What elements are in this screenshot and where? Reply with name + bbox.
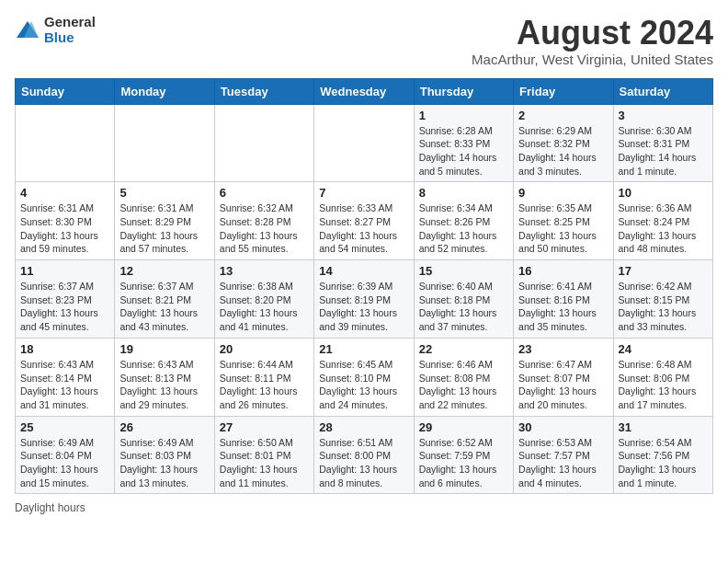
day-number: 9 xyxy=(518,186,608,200)
day-number: 19 xyxy=(119,342,209,356)
day-number: 17 xyxy=(619,264,708,278)
calendar-cell: 23Sunrise: 6:47 AM Sunset: 8:07 PM Dayli… xyxy=(514,338,613,416)
day-info: Sunrise: 6:46 AM Sunset: 8:08 PM Dayligh… xyxy=(419,358,508,412)
day-number: 25 xyxy=(20,420,109,434)
day-number: 20 xyxy=(220,342,309,356)
calendar-cell: 10Sunrise: 6:36 AM Sunset: 8:24 PM Dayli… xyxy=(613,182,712,260)
calendar-cell: 9Sunrise: 6:35 AM Sunset: 8:25 PM Daylig… xyxy=(514,182,613,260)
day-info: Sunrise: 6:53 AM Sunset: 7:57 PM Dayligh… xyxy=(518,436,608,490)
calendar-cell: 13Sunrise: 6:38 AM Sunset: 8:20 PM Dayli… xyxy=(214,260,313,339)
calendar-cell: 12Sunrise: 6:37 AM Sunset: 8:21 PM Dayli… xyxy=(115,260,214,339)
calendar-cell: 25Sunrise: 6:49 AM Sunset: 8:04 PM Dayli… xyxy=(16,416,115,494)
calendar-cell: 8Sunrise: 6:34 AM Sunset: 8:26 PM Daylig… xyxy=(414,182,513,260)
calendar-cell xyxy=(115,104,214,182)
day-info: Sunrise: 6:35 AM Sunset: 8:25 PM Dayligh… xyxy=(518,201,608,256)
calendar-cell: 22Sunrise: 6:46 AM Sunset: 8:08 PM Dayli… xyxy=(414,338,513,416)
calendar-cell: 31Sunrise: 6:54 AM Sunset: 7:56 PM Dayli… xyxy=(613,416,712,494)
calendar-cell: 24Sunrise: 6:48 AM Sunset: 8:06 PM Dayli… xyxy=(613,338,712,416)
calendar-cell: 4Sunrise: 6:31 AM Sunset: 8:30 PM Daylig… xyxy=(16,182,115,260)
day-info: Sunrise: 6:31 AM Sunset: 8:29 PM Dayligh… xyxy=(119,201,209,256)
calendar-cell: 16Sunrise: 6:41 AM Sunset: 8:16 PM Dayli… xyxy=(514,260,613,339)
day-info: Sunrise: 6:44 AM Sunset: 8:11 PM Dayligh… xyxy=(220,358,309,412)
day-number: 26 xyxy=(119,420,209,434)
calendar-table: SundayMondayTuesdayWednesdayThursdayFrid… xyxy=(15,78,713,495)
calendar-cell xyxy=(16,104,115,182)
month-year-title: August 2024 xyxy=(472,15,713,52)
day-number: 11 xyxy=(20,264,109,278)
day-number: 21 xyxy=(319,342,408,356)
calendar-cell: 14Sunrise: 6:39 AM Sunset: 8:19 PM Dayli… xyxy=(314,260,414,339)
calendar-week-row: 18Sunrise: 6:43 AM Sunset: 8:14 PM Dayli… xyxy=(16,338,713,416)
weekday-header: Monday xyxy=(115,78,214,104)
calendar-cell: 17Sunrise: 6:42 AM Sunset: 8:15 PM Dayli… xyxy=(613,260,712,339)
page-header: General Blue August 2024 MacArthur, West… xyxy=(15,15,713,67)
calendar-cell: 1Sunrise: 6:28 AM Sunset: 8:33 PM Daylig… xyxy=(414,104,513,182)
day-info: Sunrise: 6:43 AM Sunset: 8:13 PM Dayligh… xyxy=(119,358,209,412)
day-info: Sunrise: 6:49 AM Sunset: 8:03 PM Dayligh… xyxy=(119,436,209,490)
calendar-cell: 21Sunrise: 6:45 AM Sunset: 8:10 PM Dayli… xyxy=(314,338,414,416)
day-number: 24 xyxy=(619,342,708,356)
day-info: Sunrise: 6:40 AM Sunset: 8:18 PM Dayligh… xyxy=(419,280,508,334)
daylight-note: Daylight hours xyxy=(15,501,85,514)
day-info: Sunrise: 6:43 AM Sunset: 8:14 PM Dayligh… xyxy=(20,358,109,412)
logo-icon xyxy=(15,17,40,43)
day-info: Sunrise: 6:33 AM Sunset: 8:27 PM Dayligh… xyxy=(319,201,408,256)
day-info: Sunrise: 6:49 AM Sunset: 8:04 PM Dayligh… xyxy=(20,436,109,490)
day-info: Sunrise: 6:30 AM Sunset: 8:31 PM Dayligh… xyxy=(619,124,708,178)
day-info: Sunrise: 6:39 AM Sunset: 8:19 PM Dayligh… xyxy=(319,280,408,334)
day-info: Sunrise: 6:51 AM Sunset: 8:00 PM Dayligh… xyxy=(319,436,408,490)
day-info: Sunrise: 6:28 AM Sunset: 8:33 PM Dayligh… xyxy=(419,124,508,178)
day-info: Sunrise: 6:34 AM Sunset: 8:26 PM Dayligh… xyxy=(419,201,508,256)
calendar-cell: 18Sunrise: 6:43 AM Sunset: 8:14 PM Dayli… xyxy=(16,338,115,416)
calendar-cell: 27Sunrise: 6:50 AM Sunset: 8:01 PM Dayli… xyxy=(214,416,313,494)
day-number: 10 xyxy=(619,186,708,200)
day-number: 6 xyxy=(220,186,309,200)
day-number: 15 xyxy=(419,264,508,278)
day-number: 22 xyxy=(419,342,508,356)
day-info: Sunrise: 6:50 AM Sunset: 8:01 PM Dayligh… xyxy=(220,436,309,490)
day-number: 16 xyxy=(518,264,608,278)
weekday-header: Wednesday xyxy=(314,78,414,104)
day-info: Sunrise: 6:38 AM Sunset: 8:20 PM Dayligh… xyxy=(220,280,309,334)
day-number: 5 xyxy=(119,186,209,200)
day-number: 7 xyxy=(319,186,408,200)
calendar-cell: 20Sunrise: 6:44 AM Sunset: 8:11 PM Dayli… xyxy=(214,338,313,416)
footer-note: Daylight hours xyxy=(15,501,713,514)
day-number: 30 xyxy=(518,420,608,434)
weekday-header: Tuesday xyxy=(214,78,313,104)
day-number: 18 xyxy=(20,342,109,356)
calendar-cell: 7Sunrise: 6:33 AM Sunset: 8:27 PM Daylig… xyxy=(314,182,414,260)
calendar-week-row: 25Sunrise: 6:49 AM Sunset: 8:04 PM Dayli… xyxy=(16,416,713,494)
day-number: 29 xyxy=(419,420,508,434)
day-number: 2 xyxy=(518,109,608,122)
day-number: 23 xyxy=(518,342,608,356)
calendar-header-row: SundayMondayTuesdayWednesdayThursdayFrid… xyxy=(16,78,713,104)
day-info: Sunrise: 6:54 AM Sunset: 7:56 PM Dayligh… xyxy=(619,436,708,490)
day-number: 13 xyxy=(220,264,309,278)
day-number: 8 xyxy=(419,186,508,200)
day-info: Sunrise: 6:32 AM Sunset: 8:28 PM Dayligh… xyxy=(220,201,309,256)
day-info: Sunrise: 6:45 AM Sunset: 8:10 PM Dayligh… xyxy=(319,358,408,412)
calendar-week-row: 1Sunrise: 6:28 AM Sunset: 8:33 PM Daylig… xyxy=(16,104,713,182)
calendar-cell: 15Sunrise: 6:40 AM Sunset: 8:18 PM Dayli… xyxy=(414,260,513,339)
day-number: 1 xyxy=(419,109,508,122)
calendar-cell: 5Sunrise: 6:31 AM Sunset: 8:29 PM Daylig… xyxy=(115,182,214,260)
day-info: Sunrise: 6:42 AM Sunset: 8:15 PM Dayligh… xyxy=(619,280,708,334)
calendar-cell xyxy=(314,104,414,182)
logo-general: General xyxy=(44,15,96,30)
calendar-cell: 26Sunrise: 6:49 AM Sunset: 8:03 PM Dayli… xyxy=(115,416,214,494)
day-number: 14 xyxy=(319,264,408,278)
calendar-week-row: 11Sunrise: 6:37 AM Sunset: 8:23 PM Dayli… xyxy=(16,260,713,339)
calendar-cell: 28Sunrise: 6:51 AM Sunset: 8:00 PM Dayli… xyxy=(314,416,414,494)
day-number: 12 xyxy=(119,264,209,278)
weekday-header: Friday xyxy=(514,78,613,104)
calendar-cell: 3Sunrise: 6:30 AM Sunset: 8:31 PM Daylig… xyxy=(613,104,712,182)
day-info: Sunrise: 6:48 AM Sunset: 8:06 PM Dayligh… xyxy=(619,358,708,412)
day-info: Sunrise: 6:52 AM Sunset: 7:59 PM Dayligh… xyxy=(419,436,508,490)
day-info: Sunrise: 6:47 AM Sunset: 8:07 PM Dayligh… xyxy=(518,358,608,412)
day-info: Sunrise: 6:36 AM Sunset: 8:24 PM Dayligh… xyxy=(619,201,708,256)
day-info: Sunrise: 6:37 AM Sunset: 8:23 PM Dayligh… xyxy=(20,280,109,334)
location-subtitle: MacArthur, West Virginia, United States xyxy=(472,52,713,67)
calendar-cell: 2Sunrise: 6:29 AM Sunset: 8:32 PM Daylig… xyxy=(514,104,613,182)
day-number: 31 xyxy=(619,420,708,434)
